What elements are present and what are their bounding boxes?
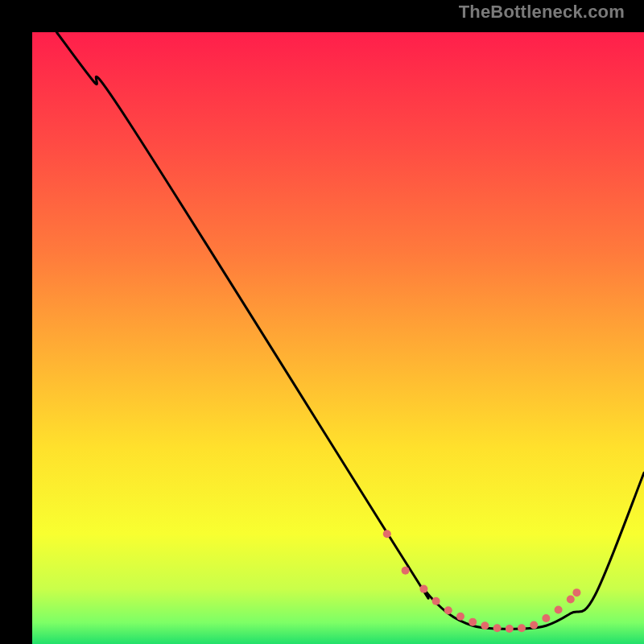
marker-dot: [444, 606, 452, 614]
marker-dot: [456, 613, 464, 621]
marker-dot: [567, 596, 575, 604]
chart-background: [32, 32, 644, 644]
marker-dot: [469, 618, 477, 626]
marker-dot: [506, 625, 514, 633]
chart-frame: [16, 16, 628, 628]
marker-dot: [542, 614, 550, 622]
marker-dot: [383, 530, 391, 538]
marker-dot: [555, 605, 563, 613]
marker-dot: [518, 624, 526, 632]
watermark-text: TheBottleneck.com: [459, 2, 625, 23]
chart-svg: [32, 32, 644, 644]
marker-dot: [419, 585, 427, 593]
marker-dot: [530, 621, 538, 629]
marker-dot: [432, 597, 440, 605]
marker-dot: [493, 624, 502, 632]
marker-dot: [402, 567, 410, 575]
marker-dot: [572, 588, 580, 597]
marker-dot: [481, 621, 489, 630]
